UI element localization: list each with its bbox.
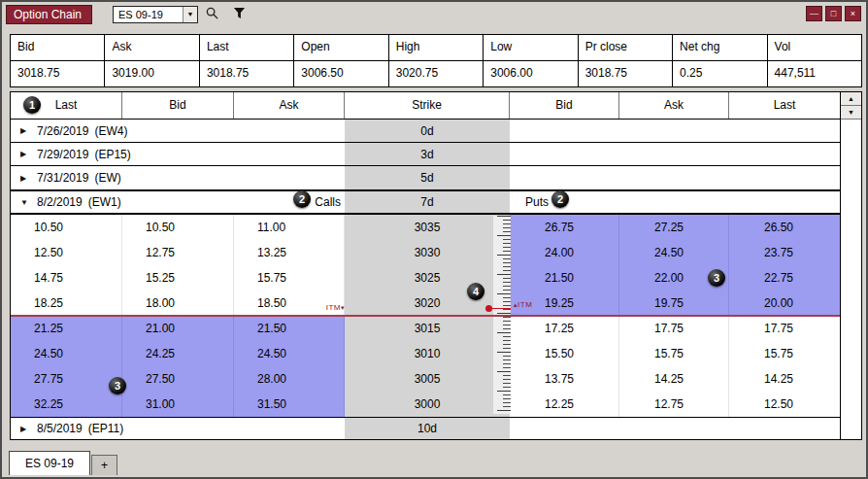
call-last-cell[interactable]: 14.75 [11, 265, 122, 291]
call-last-cell[interactable]: 27.75 [11, 366, 122, 392]
call-bid-cell[interactable]: 12.75 [122, 240, 234, 265]
expiry-row[interactable]: ▶ 7/31/2019 (EW) 5d [11, 166, 840, 189]
call-bid-cell[interactable]: 27.50 [122, 366, 234, 392]
put-last-cell[interactable]: 12.50 [729, 392, 840, 417]
call-last-cell[interactable]: 18.25 [11, 291, 122, 316]
annotation-badge-2-calls: 2 [293, 190, 311, 208]
option-row: 12.5012.7513.25303024.0024.5023.75 [11, 240, 840, 265]
dte-cell: 0d [345, 120, 510, 142]
call-last-cell[interactable]: 10.50 [11, 215, 122, 240]
option-row: 10.5010.5011.00303526.7527.2526.50 [11, 215, 840, 240]
call-bid-cell[interactable]: 18.00 [122, 291, 234, 316]
strike-cell: 3025 [345, 265, 510, 291]
quote-value-open: 3006.50 [294, 61, 387, 86]
quote-header: Net chg [673, 35, 766, 60]
puts-label: Puts [510, 195, 549, 209]
collapse-arrow-icon[interactable]: ▼ [20, 198, 31, 207]
put-ask-cell[interactable]: 14.25 [619, 366, 729, 392]
itm-marker-puts: ▴ITM [514, 300, 532, 309]
call-ask-cell[interactable]: 15.75 [234, 265, 345, 291]
put-bid-cell[interactable]: 24.00 [510, 240, 619, 265]
quote-value-ask: 3019.00 [105, 61, 198, 86]
strike-cell: 3030 [345, 240, 510, 265]
put-bid-cell[interactable]: 26.75 [510, 215, 619, 240]
tab-es-09-19[interactable]: ES 09-19 [9, 451, 90, 475]
quote-header: Bid [11, 35, 104, 60]
put-bid-cell[interactable]: 17.25 [510, 316, 619, 341]
option-row: 21.2521.0021.50301517.2517.7517.75 [11, 316, 840, 341]
put-last-cell[interactable]: 15.75 [729, 341, 840, 366]
column-header-put-bid: Bid [510, 92, 619, 119]
expand-arrow-icon[interactable]: ▶ [20, 150, 31, 158]
filter-icon [233, 8, 246, 22]
call-bid-cell[interactable]: 10.50 [122, 215, 234, 240]
put-bid-cell[interactable]: 15.50 [510, 341, 619, 366]
call-last-cell[interactable]: 24.50 [11, 341, 122, 366]
put-last-cell[interactable]: 23.75 [729, 240, 840, 265]
call-last-cell[interactable]: 21.25 [11, 316, 122, 341]
put-bid-cell[interactable]: 12.25 [510, 392, 619, 417]
annotation-badge-1: 1 [23, 96, 41, 114]
expand-arrow-icon[interactable]: ▶ [20, 425, 31, 433]
put-last-cell[interactable]: 14.25 [729, 366, 840, 392]
column-header-put-ask: Ask [619, 92, 729, 119]
search-button[interactable] [201, 5, 222, 24]
call-ask-cell[interactable]: 31.50 [234, 392, 345, 417]
call-ask-cell[interactable]: 13.25 [234, 240, 345, 265]
close-button[interactable]: × [845, 6, 861, 21]
expiry-row[interactable]: ▶ 7/26/2019 (EW4) 0d [11, 120, 840, 143]
put-ask-cell[interactable]: 27.25 [619, 215, 729, 240]
call-bid-cell[interactable]: 24.25 [122, 341, 234, 366]
add-tab-button[interactable]: + [91, 455, 117, 475]
call-ask-cell[interactable]: 11.00 [234, 215, 345, 240]
search-icon [205, 9, 219, 23]
put-bid-cell[interactable]: 13.75 [510, 366, 619, 392]
quote-header: Vol [768, 35, 861, 60]
put-ask-cell[interactable]: 17.75 [619, 316, 729, 341]
quote-header: Open [294, 35, 387, 60]
symbol-combobox[interactable]: ES 09-19 ▼ [113, 6, 198, 23]
call-ask-cell[interactable]: 21.50 [234, 316, 345, 341]
option-chain-window: Option Chain ES 09-19 ▼ — □ × Bid Ask La… [0, 0, 868, 479]
call-bid-cell[interactable]: 21.00 [122, 316, 234, 341]
put-ask-cell[interactable]: 24.50 [619, 240, 729, 265]
put-ask-cell[interactable]: 19.75 [619, 291, 729, 316]
option-row: 32.2531.0031.50300012.2512.7512.50 [11, 392, 840, 417]
expiry-row[interactable]: ▶ 7/29/2019 (EP15) 3d [11, 143, 840, 166]
strike-cell: 3015 [345, 316, 510, 341]
put-ask-cell[interactable]: 12.75 [619, 392, 729, 417]
expiry-code: (EW1) [88, 195, 121, 209]
put-ask-cell[interactable]: 15.75 [619, 341, 729, 366]
call-last-cell[interactable]: 12.50 [11, 240, 122, 265]
call-last-cell[interactable]: 32.25 [11, 392, 122, 417]
itm-triangle-icon: ▾ [341, 304, 345, 311]
put-last-cell[interactable]: 26.50 [729, 215, 840, 240]
put-last-cell[interactable]: 20.00 [729, 291, 840, 316]
expand-arrow-icon[interactable]: ▶ [20, 126, 31, 135]
itm-label: ITM [517, 300, 532, 309]
put-last-cell[interactable]: 22.75 [729, 265, 840, 291]
option-chain-table: Last Bid Ask Strike Bid Ask Last ▶ 7/26/… [10, 91, 862, 440]
dropdown-arrow-icon[interactable]: ▼ [183, 7, 197, 22]
call-ask-cell[interactable]: 24.50 [234, 341, 345, 366]
expiry-row-expanded[interactable]: ▼ 8/2/2019 (EW1) Calls 7d Puts [11, 189, 840, 215]
expand-arrow-icon[interactable]: ▶ [20, 174, 31, 183]
restore-button[interactable]: □ [825, 6, 842, 21]
put-bid-cell[interactable]: 21.50 [510, 265, 619, 291]
window-controls: — □ × [806, 6, 861, 21]
scroll-up-button[interactable]: ▲ [841, 92, 861, 106]
minimize-button[interactable]: — [806, 6, 822, 21]
expiry-row[interactable]: ▶ 8/5/2019 (EP11) 10d [11, 417, 840, 440]
call-bid-cell[interactable]: 15.25 [122, 265, 234, 291]
call-ask-cell[interactable]: 28.00 [234, 366, 345, 392]
quote-value-bid: 3018.75 [11, 61, 104, 86]
scrollbar-track[interactable]: ▲ ▼ [840, 92, 861, 439]
window-title[interactable]: Option Chain [6, 5, 92, 24]
strike-cell: 3005 [345, 366, 510, 392]
filter-button[interactable] [228, 5, 250, 24]
itm-marker-calls: ITM▾ [298, 303, 345, 312]
scroll-down-button[interactable]: ▼ [841, 106, 861, 120]
call-bid-cell[interactable]: 31.00 [122, 392, 234, 417]
put-last-cell[interactable]: 17.75 [729, 316, 840, 341]
option-row: 27.7527.5028.00300513.7514.2514.25 [11, 366, 840, 392]
